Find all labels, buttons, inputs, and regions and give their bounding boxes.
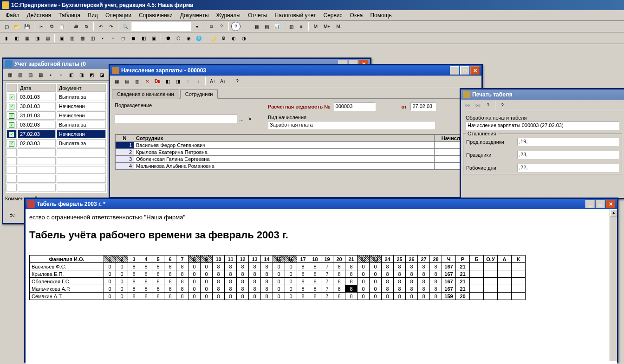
minimize-button[interactable]: _: [450, 66, 459, 75]
journal-row[interactable]: ✓30.01.03Начислени: [6, 102, 106, 110]
col-day-19[interactable]: 19: [321, 255, 333, 263]
stmt-no-input[interactable]: 000003: [334, 102, 376, 111]
col-day-3[interactable]: 3: [128, 255, 140, 263]
close-button[interactable]: ✕: [606, 200, 615, 208]
col-day-28[interactable]: 28: [430, 255, 442, 263]
dropdown-icon[interactable]: ▾: [192, 22, 202, 31]
tab-info[interactable]: Сведения о начислении: [112, 89, 179, 99]
dept-pick-button[interactable]: …: [237, 115, 246, 123]
col-sum-Р[interactable]: Р: [456, 255, 470, 263]
col-day-18[interactable]: 18: [309, 255, 321, 263]
t2-3-icon[interactable]: ▦: [22, 33, 32, 43]
t2-17-icon[interactable]: ⬡: [174, 33, 183, 43]
col-day-6[interactable]: 6: [164, 255, 176, 263]
employee-row[interactable]: 1Васильев Федор Степанович8,000: [116, 142, 476, 149]
footer-button[interactable]: Вс: [5, 210, 19, 220]
jt-10-icon[interactable]: ◪: [97, 70, 106, 79]
menu-Справочники[interactable]: Справочники: [135, 11, 176, 19]
col-day-1[interactable]: 1: [104, 255, 116, 263]
find-icon[interactable]: 🔍: [121, 22, 130, 31]
new-icon[interactable]: ▢: [2, 22, 11, 31]
pt-1-icon[interactable]: 👓: [463, 101, 472, 110]
paste-icon[interactable]: 📋: [57, 22, 66, 31]
st-4-icon[interactable]: ✕: [143, 77, 152, 86]
menu-Вид[interactable]: Вид: [84, 11, 102, 19]
open-icon[interactable]: 📂: [12, 22, 21, 31]
print-titlebar[interactable]: Печать табеля: [461, 89, 624, 100]
journal-row[interactable]: ✓31.01.03Начислени: [6, 111, 106, 120]
col-day-20[interactable]: 20: [333, 255, 345, 263]
journal-row-empty[interactable]: [6, 166, 106, 174]
calendar-icon[interactable]: ▤: [262, 22, 271, 31]
col-day-8[interactable]: 8: [188, 255, 201, 263]
st-1-icon[interactable]: ▦: [112, 77, 121, 86]
col-sum-Ч[interactable]: Ч: [442, 255, 456, 263]
menu-Отчеты[interactable]: Отчеты: [244, 11, 271, 19]
st-down-icon[interactable]: ↓: [194, 77, 203, 86]
menu-Налоговый учет[interactable]: Налоговый учет: [271, 11, 319, 19]
col-day-4[interactable]: 4: [140, 255, 152, 263]
jt-5-icon[interactable]: ▪: [46, 70, 55, 79]
question-icon[interactable]: ?: [217, 22, 226, 31]
mplus-button[interactable]: M+: [321, 22, 332, 31]
st-sort-za-icon[interactable]: A↓: [218, 77, 228, 86]
mminus-button[interactable]: M-: [333, 22, 344, 31]
col-day-13[interactable]: 13: [249, 255, 261, 263]
t2-19-icon[interactable]: 🌐: [194, 33, 203, 43]
t2-12-icon[interactable]: ◻: [118, 33, 128, 43]
col-day-14[interactable]: 14: [261, 255, 273, 263]
menu-Окна[interactable]: Окна: [346, 11, 367, 19]
t2-8-icon[interactable]: ▩: [78, 33, 87, 43]
maximize-button[interactable]: □: [596, 200, 605, 208]
print-icon[interactable]: 🖶: [72, 22, 81, 31]
st-6-icon[interactable]: ◧: [163, 77, 172, 86]
docref-input[interactable]: Начисление зарплаты 000003 (27.02.03): [466, 121, 619, 130]
col-n[interactable]: N: [116, 135, 134, 142]
st-3-icon[interactable]: ▥: [132, 77, 142, 86]
t2-10-icon[interactable]: ▪: [98, 33, 107, 43]
col-emp[interactable]: Сотрудник: [134, 135, 435, 142]
scrollbar-vertical[interactable]: ▴: [610, 209, 617, 361]
col-day-25[interactable]: 25: [394, 255, 406, 263]
list-icon[interactable]: ≡: [297, 22, 306, 31]
employee-row[interactable]: 2Крылова Екатерина Петровна3,500: [116, 149, 476, 156]
col-sum-О,У[interactable]: О,У: [484, 255, 498, 263]
col-day-21[interactable]: 21: [345, 255, 358, 263]
tabel-row[interactable]: Семакин А.Т.0088888008888800887880088888…: [30, 293, 526, 300]
t2-22-icon[interactable]: ◐: [229, 33, 238, 43]
menu-Операции[interactable]: Операции: [102, 11, 135, 19]
dept-clear-button[interactable]: ✕: [246, 115, 254, 123]
m-button[interactable]: M: [311, 22, 320, 31]
t2-6-icon[interactable]: ▣: [57, 33, 66, 43]
save-icon[interactable]: 💾: [22, 22, 32, 31]
employee-grid[interactable]: N Сотрудник Начислено 1Васильев Федор Ст…: [115, 134, 476, 170]
journal-row[interactable]: ✓03.02.03Выплата за: [6, 121, 106, 129]
st-2-icon[interactable]: ▤: [122, 77, 131, 86]
t2-11-icon[interactable]: ▫: [108, 33, 117, 43]
menu-Помощь[interactable]: Помощь: [366, 11, 395, 19]
pt-3-icon[interactable]: ?: [483, 101, 493, 110]
menu-Файл[interactable]: Файл: [2, 11, 23, 19]
t2-16-icon[interactable]: ⬢: [163, 33, 173, 43]
menu-Сервис[interactable]: Сервис: [319, 11, 346, 19]
t2-21-icon[interactable]: ⚙: [219, 33, 228, 43]
maximize-button[interactable]: □: [460, 66, 469, 75]
preview-icon[interactable]: 🗎: [82, 22, 91, 31]
search-combo[interactable]: [131, 22, 191, 31]
tabel-row[interactable]: Васильев Ф.С.008888800888880088788008888…: [30, 263, 526, 270]
copy-icon[interactable]: ⧉: [47, 22, 56, 31]
t2-23-icon[interactable]: ◑: [239, 33, 248, 43]
col-day-24[interactable]: 24: [382, 255, 394, 263]
col-day-5[interactable]: 5: [152, 255, 164, 263]
journal-row-empty[interactable]: [6, 175, 106, 183]
help-icon[interactable]: ?: [231, 22, 240, 31]
col-day-12[interactable]: 12: [237, 255, 249, 263]
t2-14-icon[interactable]: ◧: [139, 33, 148, 43]
close-button[interactable]: ✕: [470, 66, 480, 75]
journal-row-empty[interactable]: [6, 184, 106, 192]
menu-Документы[interactable]: Документы: [176, 11, 213, 19]
tabel-row[interactable]: Мальчикова А.Р.0088888008888800887880088…: [30, 285, 526, 293]
st-sort-az-icon[interactable]: A↑: [208, 77, 217, 86]
t2-13-icon[interactable]: ◼: [129, 33, 138, 43]
col-day-22[interactable]: 22: [358, 255, 370, 263]
